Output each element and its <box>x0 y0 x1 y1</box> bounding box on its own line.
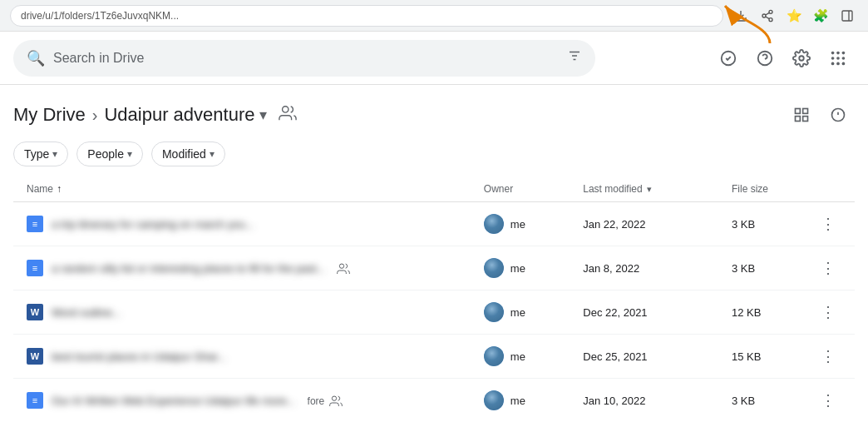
svg-point-24 <box>842 62 846 65</box>
file-table: Name ↑ Owner Last modified ▾ File size <box>13 176 855 422</box>
file-name-cell: ≡ a random silly list or interesting pla… <box>13 246 471 290</box>
main-content: My Drive › Udaipur adventure ▾ Type <box>0 85 868 422</box>
star-icon[interactable]: ⭐ <box>783 5 805 27</box>
shared-folder-icon[interactable] <box>279 104 297 127</box>
more-options-button[interactable]: ⋮ <box>815 211 841 237</box>
svg-rect-29 <box>803 117 808 122</box>
search-bar[interactable]: 🔍 Search in Drive <box>13 40 595 77</box>
file-name-cell: ≡ Our AI Written Web Experience Udaipur … <box>13 379 471 423</box>
url-bar[interactable]: drive/u/1/folders/1Tz6eJuvxqNKM... <box>10 5 723 27</box>
file-size-cell: 15 KB <box>718 335 801 379</box>
file-name-text: best tourist places in Udaipur Ghar... <box>52 350 226 363</box>
breadcrumb-root[interactable]: My Drive <box>13 104 86 126</box>
owner-name: me <box>510 306 525 319</box>
table-row[interactable]: ≡ Our AI Written Web Experience Udaipur … <box>13 379 855 423</box>
owner-name: me <box>510 218 525 231</box>
browser-icons: ⭐ 🧩 <box>730 5 858 27</box>
apps-icon[interactable] <box>821 42 855 75</box>
file-owner-cell: me <box>471 379 570 423</box>
avatar <box>484 214 504 234</box>
svg-point-21 <box>842 57 846 60</box>
svg-point-3 <box>769 17 772 21</box>
more-options-button[interactable]: ⋮ <box>815 255 841 281</box>
breadcrumb: My Drive › Udaipur adventure ▾ <box>13 85 855 141</box>
file-type-icon: W <box>27 348 43 365</box>
size-column-header: File size <box>718 176 801 202</box>
help-icon[interactable] <box>748 42 782 75</box>
avatar <box>484 346 504 366</box>
grid-view-icon[interactable] <box>785 98 818 132</box>
browser-bar: drive/u/1/folders/1Tz6eJuvxqNKM... ⭐ 🧩 <box>0 0 868 32</box>
settings-icon[interactable] <box>785 42 818 75</box>
more-options-button[interactable]: ⋮ <box>815 299 841 325</box>
svg-point-22 <box>831 62 835 65</box>
sort-ascending-icon: ↑ <box>57 183 62 195</box>
table-header: Name ↑ Owner Last modified ▾ File size <box>13 176 855 202</box>
file-actions-cell: ⋮ <box>801 379 855 423</box>
check-circle-icon[interactable] <box>712 42 745 75</box>
file-name-cell: ≡ a trip itinerary for camping on march … <box>13 202 471 246</box>
svg-point-1 <box>769 10 772 13</box>
info-icon[interactable] <box>821 98 855 132</box>
people-filter-label: People <box>87 147 124 161</box>
more-options-button[interactable]: ⋮ <box>815 343 841 370</box>
svg-rect-26 <box>796 109 801 114</box>
breadcrumb-folder-name: Udaipur adventure <box>104 104 254 126</box>
file-size-cell: 3 KB <box>718 379 801 423</box>
shared-icon <box>337 261 350 276</box>
filter-sliders-icon[interactable] <box>567 48 582 67</box>
file-owner-cell: me <box>471 335 570 379</box>
owner-column-header: Owner <box>471 176 570 202</box>
svg-point-25 <box>283 106 289 112</box>
owner-name: me <box>510 262 525 275</box>
file-actions-cell: ⋮ <box>801 290 855 335</box>
file-owner-cell: me <box>471 290 570 335</box>
file-actions-cell: ⋮ <box>801 335 855 379</box>
svg-point-20 <box>836 57 840 60</box>
file-type-icon: ≡ <box>27 260 43 276</box>
table-row[interactable]: ≡ a trip itinerary for camping on march … <box>13 202 855 246</box>
file-owner-cell: me <box>471 246 570 290</box>
type-filter-arrow-icon: ▾ <box>52 148 57 160</box>
search-placeholder: Search in Drive <box>53 51 559 66</box>
breadcrumb-current[interactable]: Udaipur adventure ▾ <box>104 104 267 126</box>
table-row[interactable]: W best tourist places in Udaipur Ghar...… <box>13 335 855 379</box>
shared-icon: fore <box>308 393 343 408</box>
file-size-cell: 12 KB <box>718 290 801 335</box>
sidebar-icon[interactable] <box>836 5 858 27</box>
people-filter-chip[interactable]: People ▾ <box>76 141 143 166</box>
svg-rect-27 <box>803 109 808 114</box>
drive-header: 🔍 Search in Drive <box>0 32 868 85</box>
file-owner-cell: me <box>471 202 570 246</box>
modified-filter-chip[interactable]: Modified ▾ <box>151 141 225 166</box>
file-type-icon: W <box>27 304 43 320</box>
svg-point-19 <box>831 57 835 60</box>
extension-icon[interactable]: 🧩 <box>810 5 831 27</box>
share-browser-icon[interactable] <box>757 5 778 27</box>
table-row[interactable]: W Word outline... me Dec 22, 2021 12 KB … <box>13 290 855 335</box>
file-actions-cell: ⋮ <box>801 246 855 290</box>
url-text: drive/u/1/folders/1Tz6eJuvxqNKM... <box>21 10 179 22</box>
file-rows: ≡ a trip itinerary for camping on march … <box>13 202 855 423</box>
svg-point-18 <box>842 51 846 54</box>
file-modified-cell: Jan 10, 2022 <box>570 379 718 423</box>
file-name-text: Word outline... <box>52 306 121 319</box>
file-actions-cell: ⋮ <box>801 202 855 246</box>
svg-point-33 <box>340 264 344 268</box>
file-modified-cell: Jan 22, 2022 <box>570 202 718 246</box>
owner-name: me <box>510 350 525 363</box>
name-column-header[interactable]: Name ↑ <box>27 183 457 195</box>
svg-point-34 <box>333 396 337 400</box>
svg-point-16 <box>831 51 835 54</box>
dropdown-arrow-icon[interactable]: ▾ <box>259 106 267 124</box>
file-name-text: a trip itinerary for camping on march yo… <box>52 218 254 231</box>
svg-rect-6 <box>842 11 852 21</box>
type-filter-chip[interactable]: Type ▾ <box>13 141 68 166</box>
modified-column-header[interactable]: Last modified ▾ <box>570 176 718 202</box>
modified-filter-label: Modified <box>162 147 206 161</box>
more-options-button[interactable]: ⋮ <box>815 387 841 414</box>
file-name-cell: W best tourist places in Udaipur Ghar... <box>13 335 471 379</box>
file-type-icon: ≡ <box>27 216 43 232</box>
download-icon[interactable] <box>730 5 752 27</box>
table-row[interactable]: ≡ a random silly list or interesting pla… <box>13 246 855 290</box>
